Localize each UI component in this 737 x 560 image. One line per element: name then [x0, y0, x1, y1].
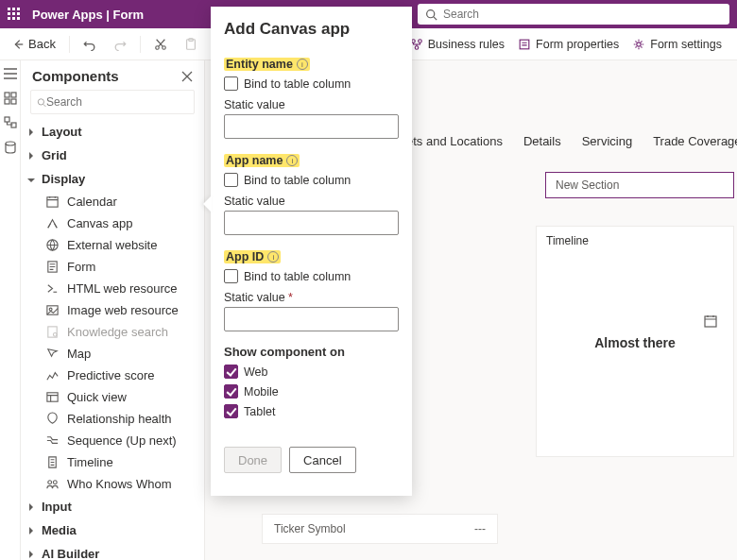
- ticker-label: Ticker Symbol: [274, 522, 346, 535]
- display-item-image-web-resource[interactable]: Image web resource: [21, 299, 204, 321]
- component-icon: [45, 433, 60, 448]
- display-item-calendar[interactable]: Calendar: [21, 191, 204, 212]
- done-button[interactable]: Done: [224, 447, 282, 473]
- components-search-input[interactable]: [46, 95, 188, 109]
- entity-name-label: Entity namei: [224, 58, 310, 71]
- component-icon: [45, 195, 60, 209]
- paste-button[interactable]: [179, 34, 203, 55]
- component-icon: [45, 347, 60, 361]
- almost-there-text: Almost there: [594, 335, 676, 350]
- mobile-checkbox[interactable]: [224, 384, 238, 399]
- display-item-relationship-health[interactable]: Relationship health: [21, 408, 204, 430]
- svg-point-11: [637, 42, 641, 45]
- svg-rect-28: [47, 393, 58, 401]
- cut-button[interactable]: [148, 34, 173, 55]
- web-checkbox[interactable]: [224, 365, 238, 379]
- form-properties-icon: [518, 38, 531, 51]
- svg-point-0: [427, 9, 435, 17]
- display-item-knowledge-search: Knowledge search: [21, 321, 204, 343]
- display-item-quick-view[interactable]: Quick view: [21, 386, 204, 408]
- group-ai-builder[interactable]: AI Builder: [21, 542, 204, 560]
- info-icon[interactable]: i: [267, 251, 279, 263]
- group-display[interactable]: Display: [21, 167, 204, 191]
- global-search[interactable]: [418, 4, 729, 25]
- rail-data[interactable]: [3, 140, 18, 155]
- display-item-predictive-score[interactable]: Predictive score: [21, 365, 204, 386]
- entity-static-label: Static value: [224, 98, 399, 111]
- form-settings-link[interactable]: Form settings: [632, 38, 722, 51]
- svg-point-29: [48, 481, 52, 484]
- ticker-row[interactable]: Ticker Symbol ---: [262, 514, 498, 544]
- close-icon[interactable]: [181, 71, 193, 82]
- rail-tree[interactable]: [3, 115, 18, 130]
- component-icon: [45, 368, 60, 382]
- components-search[interactable]: [30, 90, 195, 114]
- global-search-input[interactable]: [443, 8, 722, 21]
- info-icon[interactable]: i: [286, 155, 298, 166]
- timeline-label: Timeline: [546, 234, 724, 247]
- cancel-button[interactable]: Cancel: [289, 447, 355, 473]
- dialog-title: Add Canvas app: [224, 20, 399, 39]
- business-rules-link[interactable]: Business rules: [410, 38, 505, 51]
- search-icon: [37, 96, 46, 109]
- appname-bind-checkbox[interactable]: [224, 173, 238, 187]
- info-icon[interactable]: i: [297, 59, 308, 70]
- timeline-section[interactable]: Timeline Almost there: [536, 226, 734, 457]
- display-item-who-knows-whom[interactable]: Who Knows Whom: [21, 473, 204, 495]
- calendar-icon: [703, 314, 718, 329]
- group-input[interactable]: Input: [21, 495, 204, 518]
- dialog-pointer: [203, 195, 212, 212]
- appname-static-input[interactable]: [224, 211, 399, 235]
- undo-button[interactable]: [77, 34, 102, 55]
- show-component-on-label: Show component on: [224, 345, 399, 359]
- svg-point-19: [38, 98, 43, 104]
- appid-static-input[interactable]: [224, 307, 399, 331]
- appid-bind-checkbox[interactable]: [224, 269, 238, 283]
- svg-rect-12: [5, 93, 9, 97]
- component-icon: [45, 238, 60, 252]
- display-item-form[interactable]: Form: [21, 256, 204, 278]
- group-media[interactable]: Media: [21, 518, 204, 542]
- components-panel: Components Layout Grid Display CalendarC…: [21, 60, 205, 560]
- appid-static-label: Static value *: [224, 291, 399, 304]
- new-section[interactable]: New Section: [545, 172, 734, 198]
- redo-button[interactable]: [108, 34, 132, 55]
- app-title: Power Apps | Form: [32, 8, 144, 22]
- display-item-map[interactable]: Map: [21, 343, 204, 365]
- rail-components[interactable]: [3, 91, 18, 106]
- svg-point-8: [419, 39, 422, 42]
- form-properties-link[interactable]: Form properties: [518, 38, 619, 51]
- tab-details[interactable]: Details: [523, 134, 561, 148]
- component-icon: [45, 260, 60, 274]
- display-item-sequence-up-next-[interactable]: Sequence (Up next): [21, 430, 204, 451]
- back-button[interactable]: Back: [6, 33, 61, 55]
- display-item-timeline[interactable]: Timeline: [21, 451, 204, 473]
- component-icon: [45, 281, 60, 296]
- tablet-checkbox[interactable]: [224, 404, 238, 418]
- form-settings-icon: [632, 38, 645, 51]
- svg-point-9: [415, 45, 419, 49]
- undo-icon: [83, 38, 96, 51]
- entity-static-input[interactable]: [224, 114, 399, 139]
- tab-servicing[interactable]: Servicing: [582, 134, 632, 148]
- form-tabs: ssets and Locations Details Servicing Tr…: [394, 134, 737, 148]
- group-grid[interactable]: Grid: [21, 144, 204, 167]
- component-icon: [45, 412, 60, 426]
- svg-point-25: [49, 308, 52, 311]
- add-canvas-app-dialog: Add Canvas app Entity namei Bind to tabl…: [211, 7, 412, 496]
- svg-rect-21: [47, 197, 58, 207]
- svg-line-1: [434, 16, 437, 19]
- svg-point-2: [156, 45, 160, 49]
- waffle-icon[interactable]: [8, 8, 23, 21]
- entity-bind-checkbox[interactable]: [224, 76, 238, 91]
- component-icon: [45, 325, 60, 339]
- component-icon: [45, 216, 60, 230]
- svg-point-27: [53, 332, 57, 336]
- display-item-html-web-resource[interactable]: HTML web resource: [21, 278, 204, 299]
- display-item-canvas-app[interactable]: Canvas app: [21, 212, 204, 234]
- display-item-external-website[interactable]: External website: [21, 234, 204, 256]
- tab-trade-coverages[interactable]: Trade Coverages: [653, 134, 737, 148]
- rail-menu[interactable]: [3, 66, 18, 81]
- svg-rect-13: [11, 93, 16, 97]
- group-layout[interactable]: Layout: [21, 120, 204, 144]
